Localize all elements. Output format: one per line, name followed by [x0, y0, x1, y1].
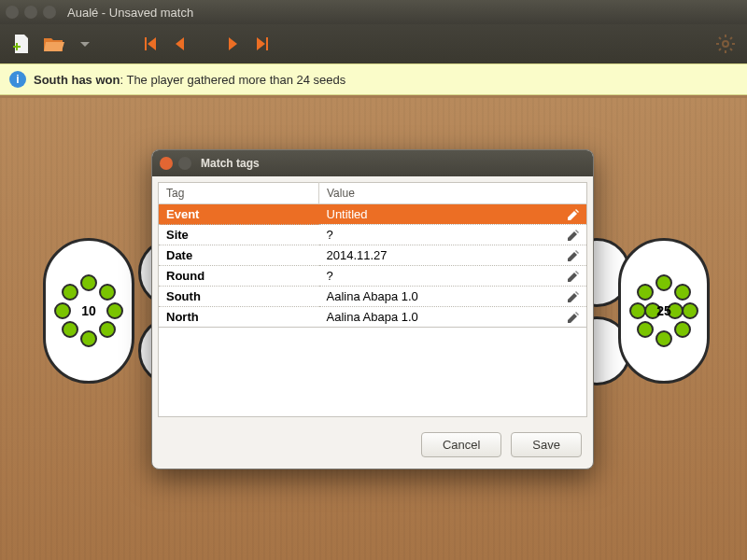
svg-point-0: [723, 41, 728, 47]
seed-cluster: 25: [631, 278, 697, 343]
tag-name-cell: South: [159, 287, 319, 307]
tag-name-cell: Date: [159, 245, 319, 266]
table-empty-area: [158, 328, 587, 417]
table-row[interactable]: Date2014.11.27: [159, 245, 587, 266]
tag-name-cell: Site: [159, 225, 319, 245]
seed-cluster: 10: [56, 278, 121, 343]
window-close-button[interactable]: [6, 6, 19, 19]
window-maximize-button[interactable]: [43, 6, 56, 19]
status-notice: i South has won: The player gathered mor…: [0, 63, 747, 95]
tag-value-text: Untitled: [327, 207, 368, 221]
nav-prev-button[interactable]: [166, 30, 194, 58]
table-row[interactable]: EventUntitled: [159, 204, 587, 225]
notice-detail: : The player gathered more than 24 seeds: [120, 73, 345, 87]
match-tags-dialog: Match tags Tag Value EventUntitledSite?D…: [151, 149, 594, 469]
nav-first-button[interactable]: [134, 30, 162, 58]
window-title: Aualé - Unsaved match: [67, 6, 193, 20]
column-header-tag[interactable]: Tag: [159, 183, 319, 204]
open-file-button[interactable]: [39, 30, 67, 58]
dialog-titlebar: Match tags: [152, 150, 593, 176]
tag-value-text: Aalina Abapa 1.0: [327, 310, 418, 324]
tag-name-cell: Round: [159, 266, 319, 287]
tag-value-cell[interactable]: Aalina Abapa 1.0: [319, 307, 587, 328]
cancel-button[interactable]: Cancel: [421, 432, 501, 457]
tag-name-cell: Event: [159, 204, 319, 225]
tag-value-text: Aalina Abapa 1.0: [327, 289, 418, 303]
settings-gear-icon[interactable]: [712, 30, 740, 58]
dialog-close-button[interactable]: [160, 157, 173, 170]
tag-value-cell[interactable]: Aalina Abapa 1.0: [319, 287, 587, 307]
tag-value-cell[interactable]: ?: [319, 266, 587, 287]
nav-next-button[interactable]: [218, 30, 247, 58]
dialog-minimize-button[interactable]: [178, 157, 191, 170]
main-toolbar: [0, 24, 747, 63]
table-row[interactable]: SouthAalina Abapa 1.0: [159, 287, 587, 307]
tag-value-cell[interactable]: Untitled: [319, 204, 587, 225]
store-north: 10: [43, 238, 134, 384]
tag-value-text: ?: [327, 228, 333, 242]
match-tags-table: Tag Value EventUntitledSite?Date2014.11.…: [158, 182, 587, 328]
window-minimize-button[interactable]: [24, 6, 37, 19]
tag-value-cell[interactable]: ?: [319, 225, 587, 245]
info-icon: i: [9, 71, 26, 88]
tag-name-cell: North: [159, 307, 319, 328]
tag-value-cell[interactable]: 2014.11.27: [319, 245, 587, 266]
table-row[interactable]: Site?: [159, 225, 587, 245]
store-south: 25: [618, 238, 710, 384]
open-dropdown-icon[interactable]: [71, 30, 99, 58]
main-titlebar: Aualé - Unsaved match: [0, 0, 747, 24]
store-north-count: 10: [81, 303, 96, 318]
save-button[interactable]: Save: [511, 432, 582, 457]
notice-headline: South has won: [34, 73, 120, 87]
table-row[interactable]: NorthAalina Abapa 1.0: [159, 307, 587, 328]
new-file-button[interactable]: [7, 30, 35, 58]
tag-value-text: 2014.11.27: [327, 248, 388, 262]
store-south-count: 25: [656, 303, 671, 318]
tag-value-text: ?: [327, 269, 333, 283]
table-row[interactable]: Round?: [159, 266, 587, 287]
column-header-value[interactable]: Value: [319, 183, 587, 204]
nav-last-button[interactable]: [250, 30, 278, 58]
dialog-title: Match tags: [201, 157, 260, 170]
